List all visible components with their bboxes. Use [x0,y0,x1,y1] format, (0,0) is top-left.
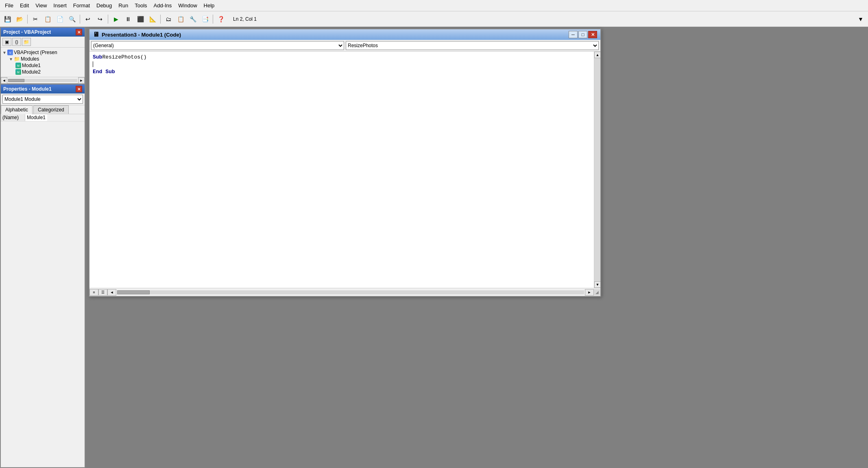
toolbar-scroll-btn[interactable]: ▼ [855,14,866,24]
code-line-3: End Sub [93,68,591,75]
prop-name-value[interactable]: Module1 [25,114,47,121]
vscroll: ▲ ▼ [594,52,600,288]
status-bar-position: Ln 2, Col 1 [231,15,259,23]
menu-insert[interactable]: Insert [50,2,70,9]
menu-run[interactable]: Run [115,2,131,9]
view-fullmodule-btn[interactable]: ☰ [98,289,107,296]
toolbar-copy-btn[interactable]: 📋 [42,14,53,24]
menu-bar: File Edit View Insert Format Debug Run T… [0,0,868,11]
toolbar-paste-btn[interactable]: 📄 [54,14,65,24]
modules-expand-icon: ▼ [9,57,13,61]
hscroll-thumb2[interactable] [117,290,150,294]
properties-close-btn[interactable]: ✕ [76,86,82,92]
code-sub-name: ResizePhotos() [102,54,146,60]
toolbar-projexp-btn[interactable]: 🗂 [163,14,174,24]
menu-window[interactable]: Window [175,2,200,9]
properties-title-label: Properties - Module1 [3,86,52,92]
code-footer: ≡ ☰ ◄ ► ◢ [89,288,600,296]
code-editor[interactable]: Sub ResizePhotos() End Sub [89,52,594,288]
code-endsub-keyword: End Sub [93,69,115,75]
project-hscroll: ◄ ► [1,77,85,83]
properties-dropdown: Module1 Module [1,94,85,105]
code-title-bar: 🖥 Presentation3 - Module1 (Code) ─ □ ✕ [89,29,600,40]
toolbar-sep2 [80,15,80,24]
tree-module2-label: Module2 [22,69,41,75]
tree-modules-label: Modules [21,56,39,62]
menu-addins[interactable]: Add-Ins [150,2,175,9]
hscroll-right-btn2[interactable]: ► [585,289,594,296]
view-procedure-btn[interactable]: ≡ [89,289,98,296]
code-line-1: Sub ResizePhotos() [93,53,591,61]
properties-panel: Properties - Module1 ✕ Module1 Module Al… [0,84,85,468]
tab-categorized[interactable]: Categorized [33,105,69,114]
project-close-btn[interactable]: ✕ [76,29,82,35]
toolbar-run-btn[interactable]: ▶ [110,14,122,24]
resize-corner[interactable]: ◢ [594,289,600,296]
properties-grid: (Name) Module1 [1,114,85,467]
hscroll-left-btn2[interactable]: ◄ [107,289,116,296]
menu-help[interactable]: Help [201,2,218,9]
toolbar: 💾 📂 ✂ 📋 📄 🔍 ↩ ↪ ▶ ⏸ ⬛ 📐 🗂 📋 🔧 📑 ❓ Ln 2, … [0,11,868,27]
toolbar-cut-btn[interactable]: ✂ [30,14,41,24]
menu-file[interactable]: File [2,2,17,9]
properties-object-select[interactable]: Module1 Module [2,95,83,104]
toolbar-sep4 [160,15,161,24]
win-minimize-btn[interactable]: ─ [569,31,578,38]
tree-root[interactable]: ▼ V VBAProject (Presen [2,49,84,56]
toolbar-find-btn[interactable]: 🔍 [66,14,78,24]
tree-modules-folder[interactable]: ▼ 📁 Modules [8,56,84,62]
tree-module2[interactable]: M Module2 [15,69,84,75]
toolbar-redo-btn[interactable]: ↪ [94,14,106,24]
hscroll-track[interactable] [8,79,77,82]
code-object-dropdown[interactable]: (General) [91,41,344,50]
code-proc-dropdown[interactable]: ResizePhotos [346,41,599,50]
toolbar-props-btn[interactable]: 📋 [175,14,186,24]
vscroll-track[interactable] [594,58,600,281]
prop-row-name: (Name) Module1 [1,114,85,122]
proj-view-object-btn[interactable]: ▣ [2,38,11,46]
code-line-2 [93,61,591,68]
toolbar-design-btn[interactable]: 📐 [147,14,158,24]
project-title-bar: Project - VBAProject ✕ [1,28,85,37]
tab-alphabetic[interactable]: Alphabetic [1,105,33,114]
menu-view[interactable]: View [32,2,50,9]
menu-format[interactable]: Format [70,2,93,9]
module2-icon: M [15,69,21,75]
project-title-label: Project - VBAProject [3,29,51,35]
properties-tabs: Alphabetic Categorized [1,105,85,114]
toolbar-stop-btn[interactable]: ⬛ [135,14,146,24]
toolbar-open-btn[interactable]: 📂 [14,14,25,24]
code-window: 🖥 Presentation3 - Module1 (Code) ─ □ ✕ (… [89,28,601,297]
toolbar-pause-btn[interactable]: ⏸ [122,14,134,24]
win-close-btn[interactable]: ✕ [588,31,597,38]
win-maximize-btn[interactable]: □ [578,31,587,38]
vscroll-up-btn[interactable]: ▲ [594,52,600,58]
project-tree: ▼ V VBAProject (Presen ▼ 📁 Modules M Mod… [1,48,85,77]
vscroll-down-btn[interactable]: ▼ [594,281,600,288]
menu-tools[interactable]: Tools [131,2,150,9]
folder-icon: 📁 [14,56,20,62]
toolbar-obj-btn[interactable]: 🔧 [187,14,198,24]
hscroll-thumb[interactable] [8,79,24,82]
code-body: Sub ResizePhotos() End Sub ▲ ▼ [89,52,600,288]
main-area: Project - VBAProject ✕ ▣ {} 📁 ▼ V VBAPro… [0,27,868,468]
proj-folder-btn[interactable]: 📁 [22,38,31,46]
project-panel: Project - VBAProject ✕ ▣ {} 📁 ▼ V VBAPro… [0,27,85,84]
code-window-title: Presentation3 - Module1 (Code) [102,32,181,38]
tree-module1[interactable]: M Module1 [15,62,84,69]
properties-title-bar: Properties - Module1 ✕ [1,85,85,94]
toolbar-sep1 [27,15,28,24]
toolbar-tab-btn[interactable]: 📑 [199,14,211,24]
project-toolbar: ▣ {} 📁 [1,37,85,48]
proj-view-code-btn[interactable]: {} [12,38,21,46]
toolbar-help-btn[interactable]: ❓ [215,14,227,24]
hscroll-track2[interactable] [117,290,584,294]
hscroll-left-btn[interactable]: ◄ [1,77,7,84]
root-expand-icon: ▼ [2,50,7,55]
hscroll-right-btn[interactable]: ► [78,77,85,84]
menu-edit[interactable]: Edit [17,2,32,9]
toolbar-sep5 [213,15,213,24]
menu-debug[interactable]: Debug [93,2,115,9]
toolbar-save-btn[interactable]: 💾 [2,14,13,24]
toolbar-undo-btn[interactable]: ↩ [82,14,94,24]
